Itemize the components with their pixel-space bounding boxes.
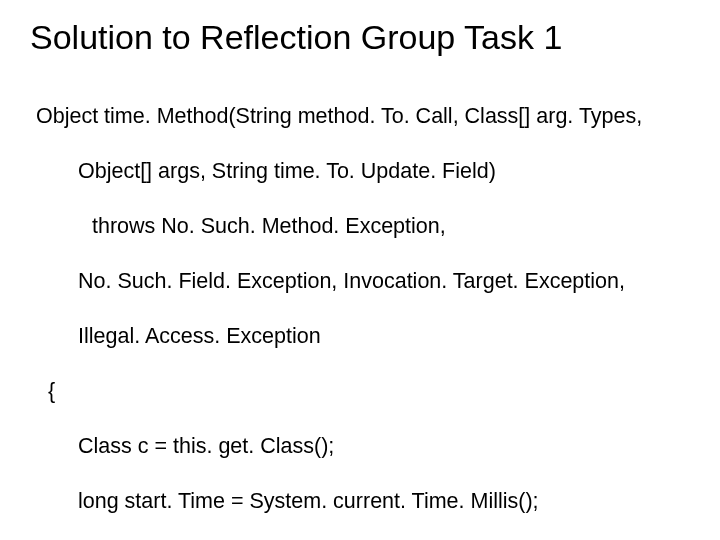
slide: Solution to Reflection Group Task 1 Obje… xyxy=(0,0,720,540)
slide-title: Solution to Reflection Group Task 1 xyxy=(30,18,690,57)
code-line: No. Such. Field. Exception, Invocation. … xyxy=(30,268,690,296)
code-line: Class c = this. get. Class(); xyxy=(30,433,690,461)
code-line: Object[] args, String time. To. Update. … xyxy=(30,158,690,186)
code-line: Illegal. Access. Exception xyxy=(30,323,690,351)
code-line: { xyxy=(30,378,690,406)
code-line: long start. Time = System. current. Time… xyxy=(30,488,690,516)
code-line: Object time. Method(String method. To. C… xyxy=(30,103,690,131)
code-line: throws No. Such. Method. Exception, xyxy=(30,213,690,241)
code-block: Object time. Method(String method. To. C… xyxy=(30,75,690,540)
